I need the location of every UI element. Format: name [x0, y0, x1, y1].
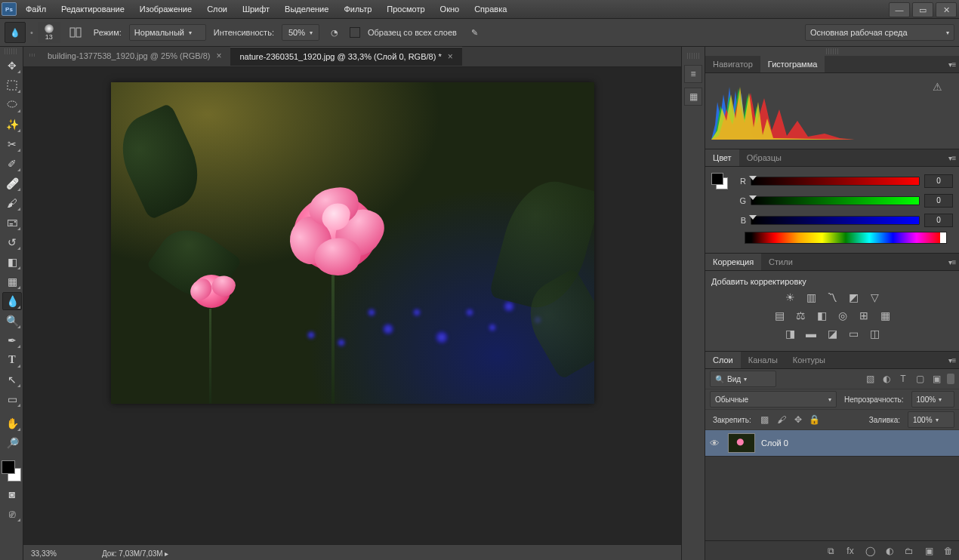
red-slider[interactable] [751, 177, 920, 186]
lock-position-icon[interactable]: ✥ [792, 414, 804, 426]
panel-menu-icon[interactable]: ▾≡ [945, 149, 959, 166]
color-balance-icon[interactable]: ⚖ [794, 309, 807, 322]
zoom-tool[interactable]: 🔎 [2, 434, 22, 452]
gradient-map-icon[interactable]: ▭ [846, 327, 860, 340]
layer-filter-kind[interactable]: 🔍 Вид ▾ [710, 371, 776, 387]
lock-pixels-icon[interactable]: 🖌 [776, 414, 788, 426]
visibility-toggle-icon[interactable]: 👁 [710, 438, 722, 449]
hand-tool[interactable]: ✋ [2, 414, 22, 432]
link-layers-icon[interactable]: ⧉ [825, 545, 837, 557]
healing-brush-tool[interactable]: 🩹 [2, 174, 22, 192]
exposure-icon[interactable]: ◩ [846, 291, 860, 304]
tab-styles[interactable]: Стили [761, 254, 800, 270]
lock-all-icon[interactable]: 🔒 [809, 414, 821, 426]
layer-thumbnail[interactable] [728, 433, 755, 453]
crop-tool[interactable]: ✂ [2, 135, 22, 153]
history-panel-icon[interactable]: ≡ [684, 65, 702, 83]
shape-tool[interactable]: ▭ [2, 390, 22, 408]
tab-adjustments[interactable]: Коррекция [705, 254, 761, 270]
hue-sat-icon[interactable]: ▤ [772, 309, 786, 322]
green-slider[interactable] [751, 196, 920, 205]
tab-paths[interactable]: Контуры [785, 352, 833, 368]
actions-panel-icon[interactable]: ▦ [684, 88, 702, 106]
filter-adjust-icon[interactable]: ◐ [880, 373, 893, 385]
opacity-field[interactable]: 100%▾ [911, 391, 954, 408]
levels-icon[interactable]: ▥ [804, 291, 818, 304]
posterize-icon[interactable]: ▬ [804, 327, 818, 340]
canvas[interactable] [111, 82, 594, 404]
move-tool[interactable]: ✥ [2, 57, 22, 75]
panel-menu-icon[interactable]: ▾≡ [945, 352, 959, 368]
photo-filter-icon[interactable]: ◎ [836, 309, 850, 322]
threshold-icon[interactable]: ◪ [825, 327, 839, 340]
document-tab-2[interactable]: nature-2360351_1920.jpg @ 33,3% (Слой 0,… [230, 47, 461, 66]
blur-tool[interactable]: 💧 [2, 292, 22, 310]
menu-type[interactable]: Шрифт [235, 2, 277, 17]
tab-navigator[interactable]: Навигатор [705, 56, 760, 72]
tabs-grip[interactable] [29, 54, 35, 57]
panel-grip[interactable] [5, 48, 18, 54]
sample-all-layers-checkbox[interactable] [350, 27, 360, 38]
filter-shape-icon[interactable]: ▢ [914, 373, 926, 385]
panels-grip[interactable] [826, 48, 838, 54]
eraser-tool[interactable]: ◧ [2, 253, 22, 271]
menu-filter[interactable]: Фильтр [336, 2, 379, 17]
filter-pixel-icon[interactable]: ▧ [864, 373, 876, 385]
color-ramp[interactable] [745, 232, 947, 244]
tab-channels[interactable]: Каналы [741, 352, 785, 368]
menu-image[interactable]: Изображение [132, 2, 199, 17]
menu-layer[interactable]: Слои [199, 2, 235, 17]
lock-transparent-icon[interactable]: ▩ [759, 414, 771, 426]
maximize-button[interactable]: ▭ [912, 2, 933, 17]
tab-color[interactable]: Цвет [705, 149, 739, 166]
layer-style-icon[interactable]: fx [844, 545, 856, 557]
panel-menu-icon[interactable]: ▾≡ [945, 254, 959, 270]
menu-window[interactable]: Окно [433, 2, 467, 17]
pressure-opacity-icon[interactable]: ◔ [324, 22, 345, 43]
current-tool-icon[interactable]: 💧 [5, 22, 26, 43]
panel-menu-icon[interactable]: ▾≡ [945, 56, 959, 72]
brush-tool[interactable]: 🖌 [2, 194, 22, 212]
quick-mask-toggle[interactable]: ◙ [2, 485, 22, 503]
minimize-button[interactable]: — [889, 2, 910, 17]
layer-mask-icon[interactable]: ◯ [864, 545, 876, 557]
path-selection-tool[interactable]: ↖ [2, 371, 22, 389]
new-layer-icon[interactable]: ▣ [923, 545, 935, 557]
tablet-pressure-icon[interactable]: ✎ [464, 22, 486, 43]
close-icon[interactable]: × [448, 51, 453, 62]
doc-info[interactable]: Док: 7,03M/7,03M ▸ [102, 549, 169, 558]
screen-mode-toggle[interactable]: ⎚ [2, 505, 22, 523]
blend-mode-dropdown[interactable]: Нормальный▾ [129, 24, 206, 41]
zoom-value[interactable]: 33,33% [31, 549, 57, 558]
layer-list[interactable]: 👁 Слой 0 [705, 430, 959, 540]
blue-slider[interactable] [751, 216, 920, 225]
dodge-tool[interactable]: 🔍 [2, 312, 22, 330]
warning-icon[interactable]: ⚠ [933, 81, 942, 93]
color-swatches[interactable] [2, 460, 21, 482]
color-swatch-pair[interactable] [711, 173, 728, 189]
gradient-tool[interactable]: ▦ [2, 272, 22, 291]
channel-mixer-icon[interactable]: ⊞ [857, 309, 871, 322]
invert-icon[interactable]: ◨ [783, 327, 797, 340]
menu-view[interactable]: Просмотр [379, 2, 432, 17]
clone-stamp-tool[interactable]: 🖃 [2, 214, 22, 232]
foreground-swatch[interactable] [2, 460, 15, 474]
menu-file[interactable]: Файл [18, 2, 54, 17]
eyedropper-tool[interactable]: ✐ [2, 155, 22, 173]
tab-layers[interactable]: Слои [705, 352, 741, 368]
menu-select[interactable]: Выделение [277, 2, 336, 17]
brightness-icon[interactable]: ☀ [783, 291, 797, 304]
delete-layer-icon[interactable]: 🗑 [942, 545, 954, 557]
filter-type-icon[interactable]: T [897, 373, 909, 385]
history-brush-tool[interactable]: ↺ [2, 233, 22, 251]
type-tool[interactable]: T [2, 351, 22, 369]
tab-swatches[interactable]: Образцы [739, 149, 789, 166]
new-group-icon[interactable]: 🗀 [903, 545, 915, 557]
layer-row[interactable]: 👁 Слой 0 [705, 430, 959, 457]
selective-color-icon[interactable]: ◫ [868, 327, 881, 340]
menu-edit[interactable]: Редактирование [54, 2, 132, 17]
fill-field[interactable]: 100%▾ [908, 411, 954, 428]
magic-wand-tool[interactable]: ✨ [2, 115, 22, 134]
workspace-switcher[interactable]: Основная рабочая среда▾ [805, 24, 954, 41]
marquee-tool[interactable] [2, 76, 22, 94]
